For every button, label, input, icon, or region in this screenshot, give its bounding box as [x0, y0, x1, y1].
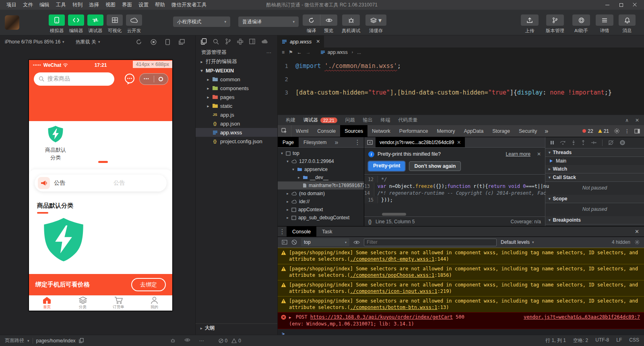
file-app-js[interactable]: JS app.js	[196, 110, 277, 119]
folder-common[interactable]: ▸ common	[196, 75, 277, 84]
devtools-tab-network[interactable]: Network	[367, 125, 395, 137]
editor-toggle-button[interactable]: 编辑器	[67, 14, 85, 34]
category-item[interactable]: 商品默认分类	[37, 125, 74, 161]
project-root[interactable]: ▾ MP-WEIXIN	[196, 66, 277, 75]
more-tabs-icon[interactable]: »	[541, 125, 551, 137]
wxss-source-link[interactable]: ./components/bottom-btn.wxss:1	[350, 305, 438, 310]
dock-side-icon[interactable]	[634, 129, 640, 134]
devtools-tab-performance[interactable]: Performance	[395, 125, 433, 137]
more-tabs-icon[interactable]: »	[331, 137, 341, 147]
tab-home[interactable]: 首页	[29, 296, 65, 311]
copy-icon[interactable]	[79, 338, 84, 343]
tab-order-form[interactable]: 订货单	[101, 296, 136, 311]
navigator-tab-page[interactable]: Page	[278, 137, 299, 147]
request-url-link[interactable]: https://192.168.0.3/api/kuyou/order/inde…	[310, 314, 453, 320]
scope-section[interactable]: ▾ Scope	[545, 195, 644, 203]
call-stack-section[interactable]: ▾ Call Stack	[545, 173, 644, 182]
menu-select[interactable]: 选择	[86, 2, 102, 8]
devtools-tab-wxml[interactable]: Wxml	[291, 125, 313, 137]
menu-settings[interactable]: 设置	[135, 2, 152, 8]
category-shield-icon-large[interactable]	[40, 216, 87, 263]
menu-devtools[interactable]: 微信开发者工具	[168, 2, 210, 8]
origin-ide[interactable]: ▸ ide://	[278, 198, 364, 206]
maximize-button[interactable]	[615, 1, 627, 9]
frame-appcontext[interactable]: ▸ appContext	[278, 206, 364, 214]
error-source-link[interactable]: vendor.js?t=wechat&s…63aac28b1f264dc89:7	[524, 314, 640, 320]
language-mode[interactable]: CSS	[629, 337, 639, 344]
console-prompt[interactable]: >	[278, 329, 644, 335]
hidden-count[interactable]: 4 hidden	[612, 239, 630, 245]
more-icon[interactable]: ⋯	[199, 338, 204, 344]
tab-code-quality[interactable]: 代码质量	[395, 117, 421, 124]
tab-problems[interactable]: 问题	[342, 117, 358, 124]
mode-select[interactable]: 小程序模式 ▾	[173, 16, 230, 27]
folder-dev[interactable]: ▸ __dev__	[278, 173, 364, 181]
tab-profile[interactable]: 我的	[136, 296, 172, 311]
encoding[interactable]: UTF-8	[595, 337, 609, 344]
tab-debugger[interactable]: 调试器 22,21	[300, 117, 341, 124]
menu-edit[interactable]: 编辑	[36, 2, 53, 8]
context-selector[interactable]: top ▾	[301, 238, 349, 246]
console-warning-2[interactable]: [pages/shopping/index] Some selectors ar…	[278, 264, 644, 280]
outline-list-icon[interactable]: ≡	[282, 49, 285, 55]
breakpoints-section[interactable]: ▾ Breakpoints	[545, 216, 644, 224]
drawer-tab-task[interactable]: Task	[316, 227, 338, 237]
deactivate-breakpoints-icon[interactable]	[608, 140, 614, 145]
navigator-tab-filesystem[interactable]: Filesystem	[299, 137, 331, 147]
current-page-path[interactable]: pages/home/index	[36, 338, 76, 344]
console-filter-input[interactable]	[364, 239, 497, 246]
step-over-icon[interactable]	[560, 140, 566, 145]
folder-static[interactable]: ▸ static	[196, 101, 277, 110]
back-icon[interactable]: ←	[297, 49, 302, 55]
close-tab-icon[interactable]: ✕	[316, 39, 320, 44]
log-levels-selector[interactable]: Default levels ▾	[501, 239, 534, 245]
status-warning-count[interactable]: 0	[231, 338, 241, 344]
indentation[interactable]: 空格: 2	[573, 337, 588, 344]
pause-on-exceptions-icon[interactable]	[619, 140, 625, 146]
tab-terminal[interactable]: 终端	[378, 117, 394, 124]
debug-icon[interactable]	[170, 338, 175, 344]
pause-script-icon[interactable]	[550, 140, 554, 145]
simulator-toggle-button[interactable]: 模拟器	[47, 14, 66, 34]
thread-main[interactable]: Main	[545, 157, 644, 165]
cloud-tools-icon[interactable]	[261, 39, 268, 44]
braces-icon[interactable]: {}	[368, 219, 372, 224]
hot-reload-toggle[interactable]: 热重载 关 ▾	[76, 39, 100, 45]
warning-count[interactable]: 21	[598, 128, 609, 134]
debugger-toggle-button[interactable]: 调试器	[86, 14, 105, 34]
navigator-menu-icon[interactable]: ⋮	[351, 137, 364, 147]
drawer-menu-icon[interactable]: ⋮	[278, 227, 287, 237]
phone-frame-icon[interactable]	[165, 39, 170, 45]
devtools-settings-icon[interactable]	[614, 128, 620, 134]
file-mainframe[interactable]: mainframe?t=1769591677	[278, 181, 364, 189]
messages-button[interactable]: 消息	[618, 14, 636, 34]
menu-ui[interactable]: 界面	[119, 2, 135, 8]
wxss-source-link[interactable]: ./components/dht-empty.wxss:1	[350, 256, 435, 262]
details-button[interactable]: 详情	[595, 14, 614, 34]
wxss-source-link[interactable]: ./components/icon-input.wxss:1	[350, 288, 438, 294]
watch-section[interactable]: ▸ Watch	[545, 165, 644, 173]
devtools-menu-icon[interactable]: ⋮	[625, 128, 630, 134]
step-into-icon[interactable]	[572, 140, 576, 145]
preview-button[interactable]	[320, 14, 337, 26]
inspect-element-icon[interactable]	[278, 125, 291, 137]
folder-appservice[interactable]: ▾ appservice	[278, 165, 364, 173]
bookmark-icon[interactable]: ⚑	[289, 49, 293, 55]
close-button[interactable]	[629, 1, 641, 9]
search-input[interactable]: 搜索商品	[34, 72, 114, 86]
devtools-tab-memory[interactable]: Memory	[432, 125, 459, 137]
search-icon[interactable]	[213, 39, 219, 45]
menu-view[interactable]: 视图	[102, 2, 119, 8]
collapse-panel-icon[interactable]: ∧	[625, 117, 629, 123]
visual-toggle-button[interactable]: 可视化	[105, 14, 124, 34]
extensions-icon[interactable]	[237, 39, 243, 45]
file-app-json[interactable]: {} app.json	[196, 119, 277, 128]
tab-output[interactable]: 输出	[360, 117, 376, 124]
page-path-selector[interactable]: 页面路径	[5, 337, 24, 344]
menu-file[interactable]: 文件	[20, 2, 36, 8]
file-app-wxss[interactable]: app.wxss	[196, 128, 277, 137]
outline-section[interactable]: ▸ 大纲	[196, 323, 277, 332]
rotate-icon[interactable]	[136, 39, 142, 45]
device-selector[interactable]: iPhone 6/7/8 Plus 85% 16 ▾	[5, 39, 64, 45]
console-error[interactable]: vendor.js?t=wechat&s…63aac28b1f264dc89:7…	[278, 312, 644, 329]
